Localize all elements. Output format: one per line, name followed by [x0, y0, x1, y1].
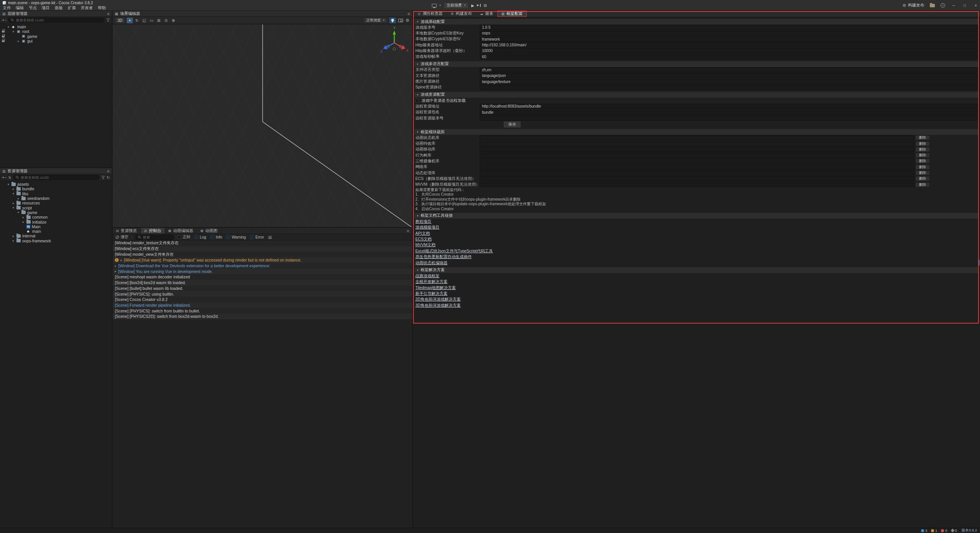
hierarchy-node[interactable]: gui: [0, 39, 112, 43]
section-header[interactable]: ▾ 游戏多语言配置: [415, 61, 978, 67]
step-button[interactable]: ▶: [477, 4, 481, 7]
console-tab[interactable]: ▤ 资源预览: [113, 228, 141, 234]
module-delete-button[interactable]: 删除: [915, 153, 930, 158]
menu-item[interactable]: 扩展: [68, 5, 81, 11]
menu-item[interactable]: 文件: [3, 5, 16, 11]
log-row[interactable]: ! ▸ [Window] model_view文件夹存在: [113, 252, 412, 257]
mode-3d-button[interactable]: 3D: [116, 18, 124, 23]
console-tab[interactable]: ▦ 动画图: [197, 228, 221, 234]
asset-item[interactable]: game: [0, 210, 112, 215]
camera-icon[interactable]: [398, 19, 403, 22]
gear-icon[interactable]: ⚙: [405, 18, 409, 23]
console-filter[interactable]: ✓ 正则: [177, 234, 190, 240]
log-row[interactable]: ! ▸ [Window] Download the Vue Devtools e…: [113, 263, 412, 269]
log-row[interactable]: ! ▸ [Window] You are running Vue in deve…: [113, 268, 412, 274]
field-input[interactable]: [480, 110, 978, 115]
light-toggle-icon[interactable]: [389, 18, 396, 23]
chevron-down-icon[interactable]: ▾: [5, 19, 6, 21]
log-row[interactable]: ! ▸ [Scene] Cocos Creator v3.8.2: [113, 297, 412, 302]
scene-selector-dropdown[interactable]: 当前场景 ▾: [444, 2, 469, 9]
module-delete-button[interactable]: 删除: [915, 159, 930, 163]
log-row[interactable]: ! ▸ [Scene] Forward render pipeline init…: [113, 302, 412, 308]
chevron-down-icon[interactable]: ▾: [439, 4, 441, 7]
log-row[interactable]: ! ▸ [Scene] [bullet]:bullet wasm lib loa…: [113, 286, 412, 291]
menu-icon[interactable]: ≡: [408, 11, 410, 16]
menu-icon[interactable]: ≡: [407, 228, 412, 234]
assets-search-input[interactable]: [21, 175, 97, 180]
console-filter[interactable]: ✓ Info: [211, 235, 222, 239]
scene-viewport[interactable]: Y X Z: [113, 25, 412, 227]
module-delete-button[interactable]: 删除: [915, 170, 930, 175]
console-search[interactable]: [136, 235, 174, 240]
hierarchy-search[interactable]: [8, 18, 105, 23]
section-header[interactable]: ▾ 框架解决方案: [415, 267, 978, 273]
close-button[interactable]: ×: [973, 3, 978, 8]
console-filter[interactable]: ✓ Error: [250, 235, 264, 239]
console-filter[interactable]: ✓ Log: [194, 235, 206, 239]
lock-icon[interactable]: [2, 40, 5, 42]
section-header[interactable]: ▾ 游戏基础配置: [415, 19, 978, 25]
doc-link[interactable]: ECS文档: [415, 236, 432, 242]
checkbox-icon[interactable]: ✓: [177, 235, 181, 239]
field-input[interactable]: [480, 79, 978, 84]
solution-link[interactable]: 2D角色扮演游戏解决方案: [415, 296, 461, 302]
solution-link[interactable]: 新手引导解决方案: [415, 291, 448, 296]
section-header[interactable]: ▾ 游戏资源配置: [415, 92, 978, 98]
tree-arrow-icon[interactable]: [12, 187, 15, 191]
tree-arrow-icon[interactable]: [22, 220, 25, 224]
doc-link[interactable]: 动画状态机编辑器: [415, 260, 448, 266]
menu-item[interactable]: 节点: [29, 5, 42, 11]
field-input[interactable]: [480, 85, 978, 90]
help-icon[interactable]: ?: [941, 3, 945, 8]
asset-item[interactable]: common: [0, 215, 112, 219]
assets-search[interactable]: [13, 175, 100, 180]
tree-arrow-icon[interactable]: [12, 30, 15, 33]
checkbox-icon[interactable]: ✓: [250, 235, 254, 239]
checkbox-icon[interactable]: ✓: [211, 235, 214, 239]
rotate-tool-icon[interactable]: ↻: [134, 18, 140, 23]
module-delete-button[interactable]: 删除: [915, 182, 930, 187]
hierarchy-node[interactable]: root: [0, 29, 112, 34]
log-row[interactable]: ! ▸ [Scene] [PHYSICS]: using builtin.: [113, 291, 412, 297]
console-tab[interactable]: ▩ 动画编辑器: [165, 228, 197, 234]
add-asset-button[interactable]: +: [2, 175, 4, 180]
module-delete-button[interactable]: 删除: [915, 147, 930, 152]
asset-item[interactable]: initialize: [0, 219, 112, 224]
doc-link[interactable]: API文档: [415, 231, 430, 236]
field-input[interactable]: [480, 37, 978, 42]
error-count-indicator[interactable]: 0: [941, 528, 947, 533]
hierarchy-search-input[interactable]: [16, 18, 102, 22]
clear-console-button[interactable]: 清空: [116, 234, 128, 240]
space-toggle-icon[interactable]: ⊕: [170, 18, 176, 23]
field-input[interactable]: [480, 73, 978, 78]
log-row[interactable]: ! ▸ [Window] render_texture文件夹存在: [113, 240, 412, 246]
asset-item[interactable]: seedrandom: [0, 196, 112, 201]
field-input[interactable]: [480, 43, 978, 47]
filter-icon[interactable]: [101, 176, 105, 179]
menu-item[interactable]: 项目: [42, 5, 55, 11]
scrollbar-thumb[interactable]: [978, 260, 980, 266]
save-button[interactable]: 保存: [503, 121, 521, 128]
tree-arrow-icon[interactable]: [17, 197, 20, 200]
doc-link[interactable]: 游戏模板项目: [415, 224, 439, 230]
minimize-button[interactable]: ─: [951, 3, 956, 8]
expand-arrow-icon[interactable]: ▸: [115, 264, 116, 268]
section-header[interactable]: ▾ 框架模块裁剪: [415, 129, 978, 135]
log-count-indicator[interactable]: 3: [921, 528, 927, 533]
field-input[interactable]: [480, 104, 978, 109]
orientation-gizmo[interactable]: Y X Z: [381, 26, 408, 53]
refresh-icon[interactable]: ↻: [107, 175, 110, 180]
hierarchy-node[interactable]: main: [0, 25, 112, 29]
expand-arrow-icon[interactable]: ▸: [121, 258, 122, 262]
solution-link[interactable]: 全栈开发解决方案: [415, 279, 448, 284]
play-button[interactable]: ▶: [471, 3, 474, 8]
module-delete-button[interactable]: 删除: [915, 176, 930, 181]
log-row[interactable]: ! ▸ [Window] [Vue warn]: Property "onInp…: [113, 257, 412, 263]
asset-item[interactable]: Main: [0, 224, 112, 229]
field-input[interactable]: [480, 31, 978, 36]
sort-icon[interactable]: ⇅: [8, 176, 11, 180]
build-publish-button[interactable]: ⚙ 构建发布: [902, 3, 924, 8]
menu-item[interactable]: 帮助: [98, 5, 111, 11]
asset-item[interactable]: oops-framework: [0, 239, 112, 243]
warning-count-indicator[interactable]: 1: [931, 528, 937, 533]
